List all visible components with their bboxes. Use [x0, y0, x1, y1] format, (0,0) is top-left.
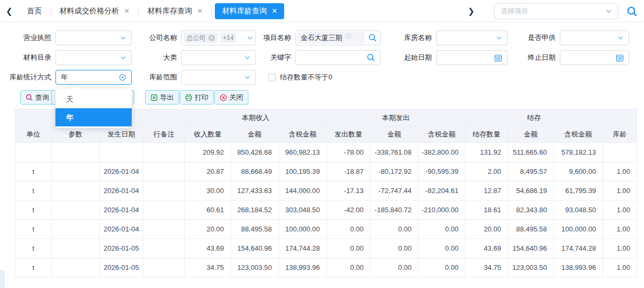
start-date-input[interactable]	[436, 50, 508, 65]
calendar-icon[interactable]	[494, 54, 502, 62]
table-cell[interactable]: 34.75	[465, 258, 508, 277]
table-cell[interactable]: 88,495.58	[508, 220, 554, 239]
tab-material-price-analysis[interactable]: 材料成交价格分析 ✕	[51, 6, 139, 16]
table-cell[interactable]: 1.00	[603, 258, 637, 277]
table-row[interactable]: t2026-01-0420.8788,668.49100,195.39-18.8…	[15, 162, 637, 181]
table-row[interactable]: t2026-01-0543.69154,640.96174,744.280.00…	[15, 239, 637, 258]
table-cell[interactable]: 2.00	[465, 162, 508, 181]
search-icon[interactable]	[368, 34, 377, 42]
end-date-input[interactable]	[560, 50, 629, 65]
table-cell[interactable]: 2026-01-05	[100, 258, 143, 277]
table-cell[interactable]: 154,640.96	[508, 239, 554, 258]
table-cell[interactable]: 100,000.00	[554, 220, 603, 239]
print-button[interactable]: 打印	[180, 90, 214, 105]
owner-supplied-select[interactable]	[560, 30, 629, 45]
table-cell[interactable]: -90,595.39	[418, 162, 465, 181]
company-name-select[interactable]: 总公司 ✕ +14	[181, 30, 256, 45]
table-cell[interactable]: 34.75	[185, 258, 231, 277]
table-cell[interactable]: 144,000.00	[279, 181, 327, 201]
clear-icon[interactable]	[119, 74, 126, 81]
table-cell[interactable]: 138,993.96	[279, 258, 327, 277]
table-cell[interactable]: -72,747.44	[371, 181, 418, 201]
material-catalog-select[interactable]	[55, 50, 132, 65]
table-cell[interactable]: 82,343.80	[508, 201, 554, 220]
table-cell[interactable]: 123,003.50	[508, 258, 554, 277]
table-cell[interactable]	[143, 201, 185, 220]
table-cell[interactable]: 2026-01-04	[100, 162, 143, 181]
table-cell[interactable]: 60.61	[185, 201, 231, 220]
table-cell[interactable]	[143, 143, 185, 162]
table-cell[interactable]: -18.87	[327, 162, 371, 181]
table-cell[interactable]: 174,744.28	[279, 239, 327, 258]
table-cell[interactable]: 54,686.19	[508, 181, 554, 201]
table-cell[interactable]: 88,668.49	[231, 162, 279, 181]
search-icon[interactable]	[367, 53, 375, 62]
close-button[interactable]: 关闭	[214, 90, 248, 105]
table-cell[interactable]: 2026-01-05	[100, 239, 143, 258]
table-cell[interactable]: 138,993.96	[554, 258, 603, 277]
table-row[interactable]: 209.92850,426.68960,982.13-78.00-338,761…	[15, 143, 637, 162]
table-cell[interactable]: -42.00	[327, 201, 371, 220]
table-cell[interactable]: 578,182.13	[554, 143, 603, 162]
table-cell[interactable]: 20.00	[465, 220, 508, 239]
table-cell[interactable]: 0.00	[418, 220, 465, 239]
table-cell[interactable]: 131.92	[465, 143, 508, 162]
table-cell[interactable]: 30.00	[185, 181, 231, 201]
table-cell[interactable]	[52, 258, 100, 277]
table-cell[interactable]	[143, 220, 185, 239]
project-name-input[interactable]: 金石大厦三期	[295, 30, 381, 45]
table-cell[interactable]	[52, 143, 100, 162]
table-cell[interactable]: 9,600.00	[554, 162, 603, 181]
table-cell[interactable]	[143, 162, 185, 181]
dropdown-option-year-selected[interactable]: 年	[55, 108, 132, 126]
table-cell[interactable]	[52, 239, 100, 258]
table-cell[interactable]: t	[15, 220, 52, 239]
table-cell[interactable]: 20.87	[185, 162, 231, 181]
tabs-scroll-left-icon[interactable]: ❮	[0, 6, 19, 16]
age-stat-method-input[interactable]: 年	[55, 70, 132, 85]
table-cell[interactable]: t	[15, 258, 52, 277]
table-cell[interactable]: 0.00	[418, 239, 465, 258]
table-cell[interactable]: 88,495.58	[231, 220, 279, 239]
table-cell[interactable]: t	[15, 201, 52, 220]
tab-home[interactable]: 首页	[19, 6, 51, 16]
table-cell[interactable]: 20.00	[185, 220, 231, 239]
tab-close-icon[interactable]: ✕	[197, 7, 203, 14]
table-cell[interactable]: t	[15, 181, 52, 201]
table-cell[interactable]: 0.00	[327, 220, 371, 239]
table-cell[interactable]: -17.13	[327, 181, 371, 201]
table-cell[interactable]: 127,433.63	[231, 181, 279, 201]
table-cell[interactable]: -210,000.00	[418, 201, 465, 220]
table-cell[interactable]: 43.69	[465, 239, 508, 258]
table-cell[interactable]: 123,003.50	[231, 258, 279, 277]
table-cell[interactable]	[52, 220, 100, 239]
table-cell[interactable]: -338,761.08	[371, 143, 418, 162]
table-cell[interactable]: 93,048.50	[554, 201, 603, 220]
table-cell[interactable]: t	[15, 162, 52, 181]
tag-close-icon[interactable]: ✕	[208, 35, 215, 41]
table-cell[interactable]: 0.00	[371, 239, 418, 258]
calendar-icon[interactable]	[616, 54, 624, 62]
table-cell[interactable]	[143, 239, 185, 258]
tab-close-icon[interactable]: ✕	[271, 7, 277, 14]
table-cell[interactable]: 850,426.68	[231, 143, 279, 162]
table-cell[interactable]: 18.61	[465, 201, 508, 220]
table-cell[interactable]: 0.00	[371, 220, 418, 239]
table-cell[interactable]: -80,172.92	[371, 162, 418, 181]
table-cell[interactable]: 303,048.50	[279, 201, 327, 220]
table-cell[interactable]: -78.00	[327, 143, 371, 162]
table-cell[interactable]	[143, 181, 185, 201]
table-cell[interactable]: 61,795.39	[554, 181, 603, 201]
table-cell[interactable]	[52, 162, 100, 181]
table-cell[interactable]	[603, 143, 637, 162]
table-row[interactable]: t2026-01-0420.0088,495.58100,000.000.000…	[15, 220, 637, 239]
table-cell[interactable]: 2026-01-04	[100, 220, 143, 239]
table-cell[interactable]: 209.92	[185, 143, 231, 162]
table-cell[interactable]: 12.87	[465, 181, 508, 201]
tab-material-age-query-active[interactable]: 材料库龄查询 ✕	[215, 3, 284, 19]
dropdown-option-day[interactable]: 天	[55, 90, 132, 108]
table-cell[interactable]	[143, 258, 185, 277]
clear-icon[interactable]	[345, 33, 351, 39]
tab-material-stock-query[interactable]: 材料库存查询 ✕	[139, 6, 211, 16]
table-cell[interactable]: 1.00	[603, 181, 637, 201]
